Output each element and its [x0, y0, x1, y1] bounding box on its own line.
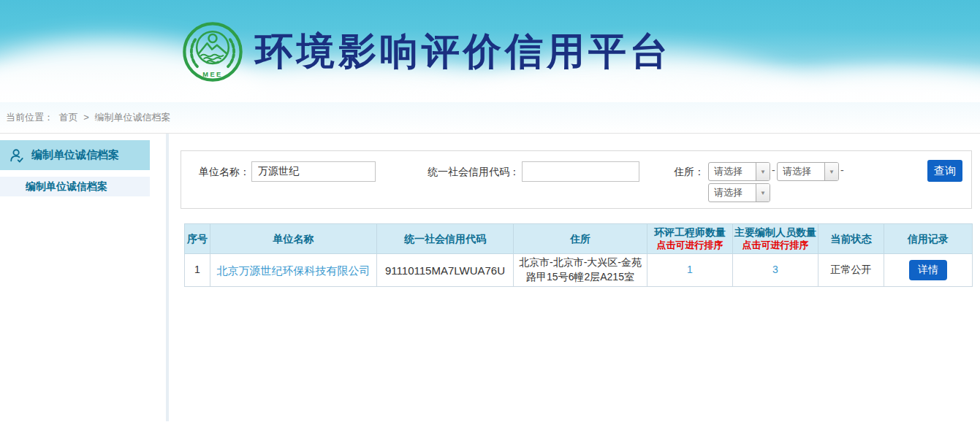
sidebar-item-label: 编制单位诚信档案: [26, 180, 107, 193]
address-label: 住所：: [672, 162, 704, 181]
chevron-down-icon[interactable]: ▼: [756, 184, 770, 202]
district-select-value: 请选择: [709, 184, 756, 202]
sidebar-group-label: 编制单位诚信档案: [31, 148, 119, 162]
city-select[interactable]: 请选择 ▼: [777, 162, 839, 181]
breadcrumb-home-link[interactable]: 首页: [59, 112, 78, 123]
cell-status: 正常公开: [818, 254, 884, 287]
sort-hint[interactable]: 点击可进行排序: [733, 239, 818, 252]
company-name-label: 单位名称：: [187, 162, 250, 181]
header-staff-count-sortable[interactable]: 主要编制人员数量 点击可进行排序: [733, 224, 818, 254]
sidebar-item-credit-archive[interactable]: 编制单位诚信档案: [0, 177, 150, 196]
cell-credit-code: 91110115MA7LWUA76U: [377, 254, 514, 287]
credit-code-label: 统一社会信用代码：: [422, 162, 520, 181]
main-panel: 单位名称： 统一社会信用代码： 住所： 请选择 ▼ - 请选择 ▼ - 请选择 …: [181, 150, 972, 287]
chevron-down-icon[interactable]: ▼: [824, 163, 838, 180]
detail-button[interactable]: 详情: [909, 260, 947, 280]
breadcrumb-label: 当前位置：: [6, 112, 53, 123]
address-dash: -: [772, 164, 775, 176]
mee-logo-icon: MEE: [182, 21, 243, 83]
staff-count-link[interactable]: 3: [772, 264, 778, 275]
breadcrumb: 当前位置： 首页 > 编制单位诚信档案: [0, 102, 980, 134]
sidebar-group-credit-archive[interactable]: 编制单位诚信档案: [0, 140, 150, 170]
query-button[interactable]: 查询: [927, 160, 962, 182]
content-area: 编制单位诚信档案 编制单位诚信档案 单位名称： 统一社会信用代码： 住所： 请选…: [0, 134, 980, 421]
province-select[interactable]: 请选择 ▼: [708, 162, 770, 181]
chevron-down-icon[interactable]: ▼: [756, 163, 770, 180]
table-row: 1 北京万源世纪环保科技有限公司 91110115MA7LWUA76U 北京市-…: [185, 254, 973, 287]
district-select[interactable]: 请选择 ▼: [708, 183, 770, 202]
breadcrumb-separator: >: [83, 112, 89, 123]
city-select-value: 请选择: [778, 163, 824, 180]
sort-hint[interactable]: 点击可进行排序: [647, 239, 732, 252]
header-address: 住所: [514, 224, 647, 254]
header-staff-count-label: 主要编制人员数量: [734, 226, 816, 238]
header-credit-record: 信用记录: [884, 224, 973, 254]
header-company: 单位名称: [210, 224, 377, 254]
company-link[interactable]: 北京万源世纪环保科技有限公司: [217, 264, 371, 277]
cell-index: 1: [185, 254, 210, 287]
header-engineer-count-sortable[interactable]: 环评工程师数量 点击可进行排序: [647, 224, 733, 254]
province-select-value: 请选择: [709, 163, 756, 180]
logo-mee-text: MEE: [202, 71, 223, 78]
header-index: 序号: [185, 224, 210, 254]
sidebar: 编制单位诚信档案 编制单位诚信档案: [0, 140, 150, 196]
credit-code-input[interactable]: [522, 161, 639, 182]
results-table: 序号 单位名称 统一社会信用代码 住所 环评工程师数量 点击可进行排序 主要编制…: [184, 223, 973, 287]
search-panel: 单位名称： 统一社会信用代码： 住所： 请选择 ▼ - 请选择 ▼ - 请选择 …: [181, 150, 972, 209]
header-engineer-count-label: 环评工程师数量: [654, 226, 726, 238]
breadcrumb-current: 编制单位诚信档案: [94, 112, 170, 123]
site-banner: MEE 环境影响评价信用平台: [0, 0, 980, 102]
address-dash: -: [840, 164, 844, 176]
sidebar-divider: [166, 134, 169, 421]
header-status: 当前状态: [818, 224, 884, 254]
company-name-input[interactable]: [251, 161, 376, 182]
user-check-icon: [9, 147, 25, 164]
engineer-count-link[interactable]: 1: [687, 264, 693, 275]
header-credit-code: 统一社会信用代码: [377, 224, 514, 254]
table-header-row: 序号 单位名称 统一社会信用代码 住所 环评工程师数量 点击可进行排序 主要编制…: [185, 224, 973, 254]
page-title: 环境影响评价信用平台: [255, 29, 672, 73]
cell-address: 北京市-北京市-大兴区-金苑路甲15号6幢2层A215室: [514, 254, 647, 287]
